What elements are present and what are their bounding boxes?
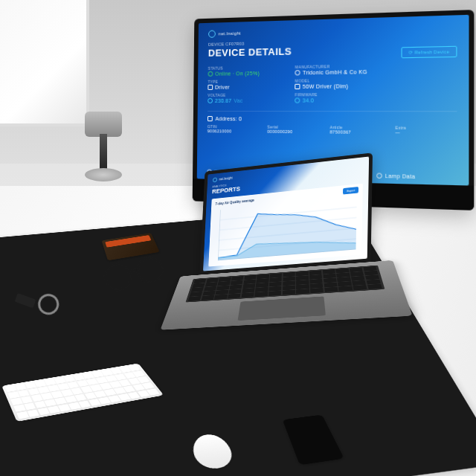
firmware-label: FIRMWARE (295, 91, 393, 97)
scene-background: net.Insight DEVICE CF07R03 DEVICE DETAIL… (0, 0, 476, 476)
logo-icon (213, 177, 217, 182)
status-value: Online · On (25%) (208, 70, 285, 76)
laptop-screen: net.Insight ANALYTICS REPORTS 7-day Air … (199, 152, 373, 278)
svg-line-6 (218, 210, 220, 260)
address-heading: Address: 0 (208, 116, 457, 122)
company-icon (295, 70, 300, 75)
status-dot-icon (208, 71, 213, 77)
type-label: TYPE (208, 79, 284, 84)
chart-area (218, 196, 357, 260)
voltage-label: VOLTAGE (208, 92, 284, 97)
tag-icon (295, 97, 300, 103)
bolt-icon (208, 98, 213, 103)
laptop: net.Insight ANALYTICS REPORTS 7-day Air … (175, 149, 401, 376)
firmware-value: 34.0 (295, 97, 393, 103)
chart-panel: 7-day Air Quality average Export (208, 184, 363, 267)
model-value: 50W Driver (Dim) (295, 83, 393, 89)
laptop-trackpad[interactable] (238, 296, 326, 321)
refresh-icon: ⟳ (408, 50, 413, 55)
logo-text: net.Insight (219, 31, 241, 36)
address-row-values: 9006210000 0000000290 87500367 — (208, 129, 457, 135)
logo-icon (208, 30, 216, 38)
model-label: MODEL (295, 77, 393, 83)
refresh-button[interactable]: ⟳ Refresh Device (402, 46, 457, 59)
voltage-value: 230.87 Vac (208, 98, 284, 103)
address-icon (208, 116, 213, 121)
window (0, 0, 89, 126)
export-button[interactable]: Export (343, 187, 358, 194)
chip-icon (295, 84, 300, 89)
manufacturer-value: Tridonic GmbH & Co KG (295, 68, 393, 75)
laptop-base (160, 260, 412, 330)
app-logo: net.Insight (208, 23, 457, 38)
device-icon (208, 85, 213, 90)
speaker (82, 112, 126, 193)
type-value: Driver (208, 84, 284, 90)
